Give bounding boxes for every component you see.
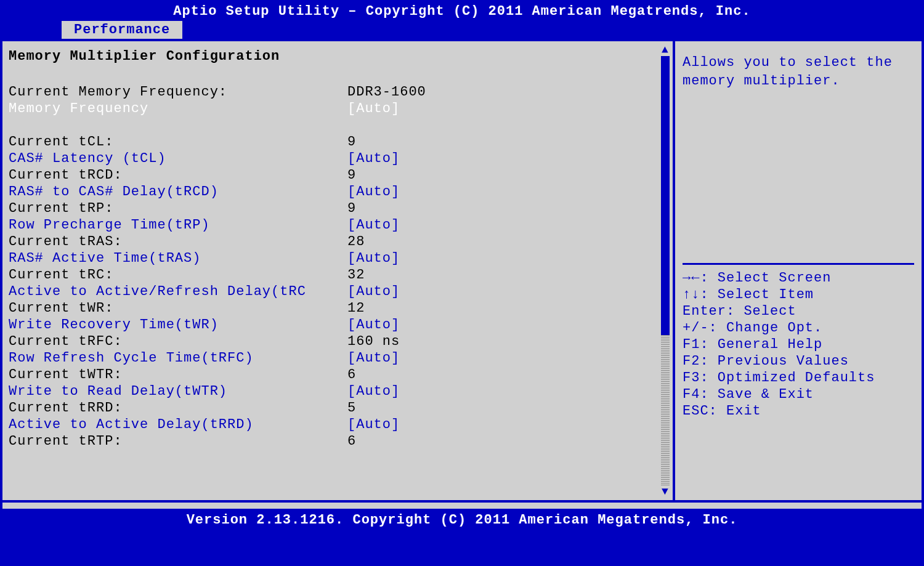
setting-value: 28 [347,233,648,250]
key-hint: +/-: Change Opt. [683,320,914,336]
setting-label: Current tWTR: [9,366,347,383]
scroll-track-bg [661,335,670,485]
key-hint: →←: Select Screen [683,270,914,286]
setting-value[interactable]: [Auto] [347,184,648,200]
setting-row[interactable]: Write to Read Delay(tWTR)[Auto] [9,383,648,400]
section-title: Memory Multiplier Configuration [9,49,648,64]
setting-label: Current tRRD: [9,400,347,416]
setting-row: Current tRRD:5 [9,400,648,416]
setting-value[interactable]: [Auto] [347,100,648,117]
setting-value[interactable]: [Auto] [347,283,648,300]
setting-row: Current tWTR:6 [9,366,648,383]
setting-value[interactable]: [Auto] [347,383,648,400]
setting-value: 6 [347,433,648,450]
help-description: Allows you to select the memory multipli… [683,54,914,263]
key-hint: F2: Previous Values [683,353,914,370]
scroll-thumb[interactable] [661,56,670,335]
scroll-down-icon[interactable]: ▼ [659,485,671,498]
setting-label: Current tRTP: [9,433,347,450]
footer-gap [0,500,924,509]
tab-bar: Performance [0,21,924,39]
setting-value: 12 [347,300,648,317]
setting-label: Current tWR: [9,300,347,317]
setting-label: Write to Read Delay(tWTR) [9,383,347,400]
tab-performance[interactable]: Performance [62,21,182,39]
setting-row[interactable]: Active to Active/Refresh Delay(tRC[Auto] [9,283,648,300]
setting-row[interactable]: Active to Active Delay(tRRD)[Auto] [9,416,648,433]
key-hint: F3: Optimized Defaults [683,370,914,386]
row-spacer [9,117,648,134]
setting-row[interactable]: Row Refresh Cycle Time(tRFC)[Auto] [9,350,648,366]
setting-row[interactable]: RAS# Active Time(tRAS)[Auto] [9,250,648,267]
setting-row: Current tCL:9 [9,134,648,150]
setting-label: Current Memory Frequency: [9,84,347,100]
key-hints: →←: Select Screen↑↓: Select ItemEnter: S… [683,270,914,419]
key-hint: ↑↓: Select Item [683,286,914,303]
setting-label: Current tRP: [9,200,347,217]
setting-value[interactable]: [Auto] [347,217,648,233]
scrollbar[interactable]: ▲ ▼ [659,44,671,498]
bios-header: Aptio Setup Utility – Copyright (C) 2011… [0,0,924,21]
setting-label: Row Refresh Cycle Time(tRFC) [9,350,347,366]
setting-value: 9 [347,134,648,150]
setting-row[interactable]: RAS# to CAS# Delay(tRCD)[Auto] [9,184,648,200]
setting-label: Active to Active/Refresh Delay(tRC [9,283,347,300]
setting-row: Current tRAS:28 [9,233,648,250]
setting-label: RAS# to CAS# Delay(tRCD) [9,184,347,200]
setting-value: 160 ns [347,333,648,350]
key-hint: F1: General Help [683,336,914,353]
setting-label: Current tRC: [9,267,347,283]
setting-row: Current tRC:32 [9,267,648,283]
setting-row: Current tRP:9 [9,200,648,217]
setting-row[interactable]: Memory Frequency[Auto] [9,100,648,117]
setting-value[interactable]: [Auto] [347,250,648,267]
setting-row: Current Memory Frequency:DDR3-1600 [9,84,648,100]
setting-value: DDR3-1600 [347,84,648,100]
setting-label: Current tRCD: [9,167,347,184]
setting-label: Current tCL: [9,134,347,150]
setting-value[interactable]: [Auto] [347,416,648,433]
key-hint: Enter: Select [683,303,914,320]
header-title: Aptio Setup Utility – Copyright (C) 2011… [173,4,750,19]
setting-value[interactable]: [Auto] [347,150,648,167]
footer-text: Version 2.13.1216. Copyright (C) 2011 Am… [187,512,738,528]
setting-value: 32 [347,267,648,283]
setting-label: Current tRAS: [9,233,347,250]
help-divider [683,263,914,265]
setting-label: Active to Active Delay(tRRD) [9,416,347,433]
setting-row: Current tWR:12 [9,300,648,317]
setting-value: 9 [347,200,648,217]
setting-value[interactable]: [Auto] [347,317,648,333]
setting-row: Current tRFC:160 ns [9,333,648,350]
setting-label: Current tRFC: [9,333,347,350]
settings-panel: Memory Multiplier Configuration Current … [2,41,675,500]
setting-value[interactable]: [Auto] [347,350,648,366]
scroll-up-icon[interactable]: ▲ [659,44,671,56]
setting-row: Current tRTP:6 [9,433,648,450]
footer: Version 2.13.1216. Copyright (C) 2011 Am… [0,509,924,532]
scroll-track[interactable] [661,56,670,485]
setting-row[interactable]: Write Recovery Time(tWR)[Auto] [9,317,648,333]
setting-value: 6 [347,366,648,383]
setting-value: 5 [347,400,648,416]
help-panel: Allows you to select the memory multipli… [675,41,922,500]
setting-label: Row Precharge Time(tRP) [9,217,347,233]
setting-label: Write Recovery Time(tWR) [9,317,347,333]
key-hint: ESC: Exit [683,403,914,419]
setting-row: Current tRCD:9 [9,167,648,184]
setting-row[interactable]: Row Precharge Time(tRP)[Auto] [9,217,648,233]
setting-row[interactable]: CAS# Latency (tCL)[Auto] [9,150,648,167]
setting-value: 9 [347,167,648,184]
main-container: Memory Multiplier Configuration Current … [0,41,924,500]
setting-label: Memory Frequency [9,100,347,117]
key-hint: F4: Save & Exit [683,386,914,403]
setting-label: CAS# Latency (tCL) [9,150,347,167]
setting-label: RAS# Active Time(tRAS) [9,250,347,267]
